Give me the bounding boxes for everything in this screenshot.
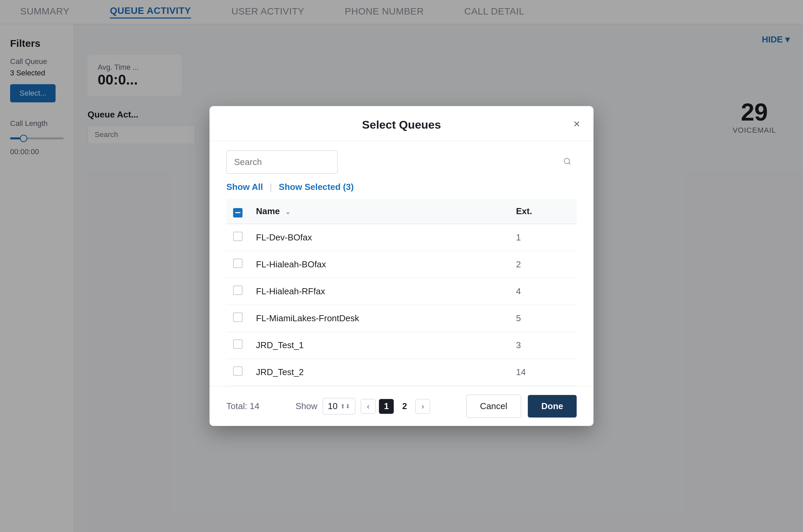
search-wrapper (226, 151, 577, 174)
queue-search-modal-input[interactable] (226, 151, 337, 174)
show-count-arrows: ⬆⬇ (340, 403, 350, 410)
filter-divider: | (270, 182, 272, 192)
row-checkbox-cell-1[interactable] (226, 224, 249, 251)
show-count-value: 10 (328, 401, 337, 412)
row-checkbox-cell-3[interactable] (226, 278, 249, 305)
header-name[interactable]: Name ⌄ (249, 199, 509, 224)
row-ext-4: 5 (509, 305, 577, 332)
next-page-button[interactable]: › (415, 399, 430, 414)
name-sort-icon: ⌄ (285, 208, 291, 216)
row-checkbox-4[interactable] (233, 312, 243, 322)
header-ext: Ext. (509, 199, 577, 224)
select-all-checkbox[interactable] (233, 208, 243, 217)
row-ext-1: 1 (509, 224, 577, 251)
row-checkbox-cell-5[interactable] (226, 332, 249, 359)
row-name-4: FL-MiamiLakes-FrontDesk (249, 305, 509, 332)
table-row: FL-Hialeah-RFfax4 (226, 278, 577, 305)
row-checkbox-6[interactable] (233, 366, 243, 376)
table-header-row: Name ⌄ Ext. (226, 199, 577, 224)
row-checkbox-3[interactable] (233, 286, 243, 295)
show-all-link[interactable]: Show All (226, 182, 263, 192)
total-count: Total: 14 (226, 401, 259, 412)
modal-close-button[interactable]: × (573, 118, 580, 129)
row-ext-3: 4 (509, 278, 577, 305)
show-label: Show (295, 401, 317, 412)
row-checkbox-2[interactable] (233, 259, 243, 268)
queue-table-container: Name ⌄ Ext. FL-Dev-BOfax1FL-Hialeah-BOfa… (226, 199, 577, 386)
modal-body: Show All | Show Selected (3) Name ⌄ Ex (209, 141, 594, 386)
row-ext-2: 2 (509, 251, 577, 278)
row-checkbox-cell-2[interactable] (226, 251, 249, 278)
row-checkbox-5[interactable] (233, 339, 243, 349)
show-count-select[interactable]: 10 ⬆⬇ (323, 398, 355, 415)
done-button[interactable]: Done (528, 395, 577, 418)
svg-line-1 (569, 163, 570, 164)
modal-footer: Total: 14 Show 10 ⬆⬇ ‹ 1 2 › Cancel Done (209, 386, 594, 426)
table-row: JRD_Test_214 (226, 359, 577, 385)
header-checkbox-cell[interactable] (226, 199, 249, 224)
row-name-2: FL-Hialeah-BOfax (249, 251, 509, 278)
row-name-1: FL-Dev-BOfax (249, 224, 509, 251)
row-name-5: JRD_Test_1 (249, 332, 509, 359)
row-checkbox-cell-4[interactable] (226, 305, 249, 332)
row-ext-5: 3 (509, 332, 577, 359)
table-row: JRD_Test_13 (226, 332, 577, 359)
search-icon (563, 157, 571, 167)
footer-action-buttons: Cancel Done (466, 395, 577, 418)
modal-header: Select Queues × (209, 106, 594, 141)
show-selected-link[interactable]: Show Selected (3) (279, 182, 354, 192)
row-checkbox-1[interactable] (233, 232, 243, 241)
table-row: FL-MiamiLakes-FrontDesk5 (226, 305, 577, 332)
row-name-6: JRD_Test_2 (249, 359, 509, 385)
modal-title: Select Queues (362, 118, 441, 131)
table-row: FL-Dev-BOfax1 (226, 224, 577, 251)
prev-page-button[interactable]: ‹ (361, 399, 376, 414)
page-navigation: ‹ 1 2 › (361, 399, 430, 414)
row-ext-6: 14 (509, 359, 577, 385)
row-name-3: FL-Hialeah-RFfax (249, 278, 509, 305)
table-row: FL-Hialeah-BOfax2 (226, 251, 577, 278)
pagination-controls: Show 10 ⬆⬇ ‹ 1 2 › (295, 398, 430, 415)
page-1-button[interactable]: 1 (379, 399, 394, 414)
page-2-button[interactable]: 2 (397, 399, 412, 414)
cancel-button[interactable]: Cancel (466, 395, 521, 418)
filter-links: Show All | Show Selected (3) (226, 182, 577, 192)
select-queues-modal: Select Queues × Show All | Show Selected… (209, 106, 594, 426)
queue-table: Name ⌄ Ext. FL-Dev-BOfax1FL-Hialeah-BOfa… (226, 199, 577, 386)
row-checkbox-cell-6[interactable] (226, 359, 249, 385)
